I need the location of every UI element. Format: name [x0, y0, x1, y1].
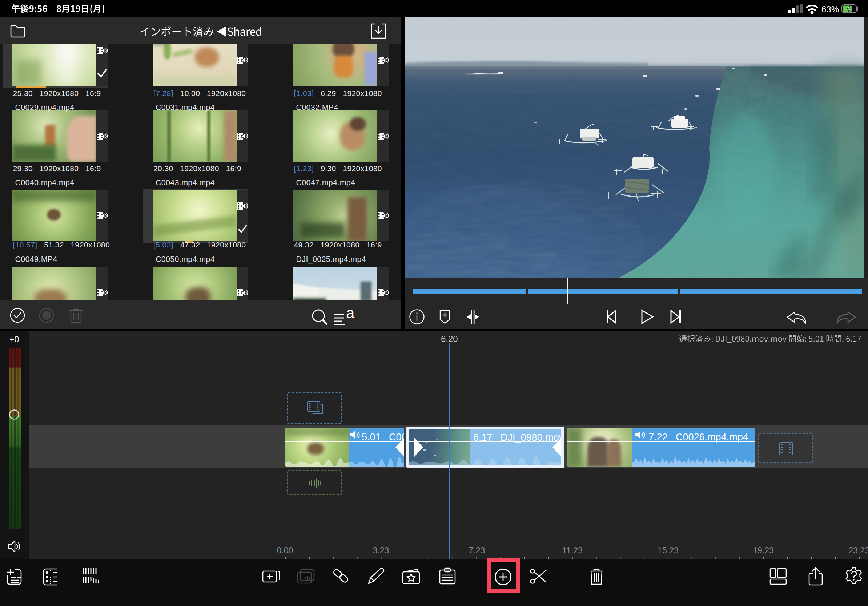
- svg-text:63%: 63%: [822, 5, 839, 14]
- svg-text:a: a: [346, 308, 355, 322]
